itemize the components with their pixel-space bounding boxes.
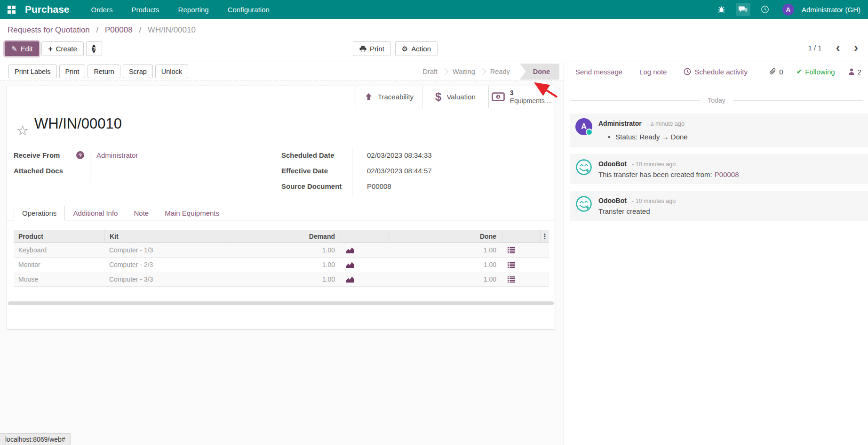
chatter-message[interactable]: A Administrator - a minute ago • Status:… [570, 113, 868, 147]
apps-menu-icon[interactable] [8, 6, 16, 14]
create-button[interactable]: + Create [41, 41, 83, 56]
bullet-icon: • [608, 133, 610, 141]
messages-icon[interactable] [736, 3, 750, 16]
chatter-message[interactable]: ♥ OdooBot - 10 minutes ago Transfer crea… [570, 191, 868, 221]
favorite-star-icon[interactable]: ☆ [16, 124, 29, 138]
menu-orders[interactable]: Orders [91, 6, 113, 14]
app-title[interactable]: Purchase [25, 4, 70, 15]
arrow-up-icon [365, 93, 373, 101]
status-done-active[interactable]: Done [520, 64, 559, 80]
cell-demand: 1.00 [228, 258, 341, 272]
message-author[interactable]: OdooBot [598, 197, 627, 204]
col-kit[interactable]: Kit [104, 230, 228, 243]
print-doc-button[interactable]: Print [59, 65, 86, 78]
message-author[interactable]: OdooBot [598, 160, 627, 168]
send-message-button[interactable]: Send message [575, 68, 622, 76]
user-avatar[interactable]: A [782, 4, 794, 16]
message-body: Status: Ready → Done [615, 133, 687, 141]
unlock-button[interactable]: Unlock [155, 65, 188, 78]
debug-bug-icon[interactable] [715, 3, 729, 16]
attachments-count: 0 [779, 68, 783, 76]
cell-done: 1.00 [389, 272, 502, 286]
message-body: Transfer created [598, 207, 676, 215]
notebook-tabs: Operations Additional Info Note Main Equ… [7, 206, 555, 220]
action-button[interactable]: ⚙ Action [395, 41, 438, 56]
breadcrumb-rfq[interactable]: Requests for Quotation [8, 25, 90, 34]
table-row[interactable]: Monitor Computer - 2/3 1.00 1.00 [14, 258, 549, 272]
table-row[interactable]: Mouse Computer - 3/3 1.00 1.00 [14, 272, 549, 287]
tab-note[interactable]: Note [126, 206, 157, 220]
forecast-chart-icon[interactable] [341, 243, 389, 257]
menu-products[interactable]: Products [131, 6, 159, 14]
user-name[interactable]: Administrator (GH) [802, 6, 860, 14]
followers-button[interactable]: 2 [848, 68, 861, 76]
edit-button[interactable]: ✎ Edit [5, 41, 39, 56]
help-button[interactable]: ? [86, 41, 102, 56]
schedule-activity-button[interactable]: Schedule activity [684, 68, 748, 76]
following-button[interactable]: ✔ Following [796, 67, 835, 76]
effective-date-value: 02/03/2023 08:44:57 [352, 167, 432, 175]
record-title: WH/IN/00010 [34, 115, 122, 132]
statusbar-strip: Print Labels Print Return Scrap Unlock D… [0, 62, 564, 81]
pager-previous-icon[interactable]: ‹ [836, 42, 840, 53]
control-panel: Requests for Quotation / P00008 / WH/IN/… [0, 19, 868, 62]
scrap-button[interactable]: Scrap [123, 65, 153, 78]
equipments-smart-button[interactable]: 1 3 Equipments ... [488, 86, 555, 108]
table-row[interactable]: Keyboard Computer - 1/3 1.00 1.00 [14, 243, 549, 258]
print-button[interactable]: Print [353, 41, 391, 56]
cell-kit: Computer - 2/3 [104, 258, 228, 272]
attachments-button[interactable]: 0 [769, 68, 783, 76]
message-author[interactable]: Administrator [598, 120, 642, 127]
message-body: This transfer has been created from: [598, 170, 712, 178]
table-header: Product Kit Demand Done ⋮ [14, 230, 549, 243]
receive-from-label: Receive From [14, 151, 60, 159]
activities-clock-icon[interactable] [758, 3, 772, 16]
question-icon: ? [92, 45, 96, 53]
cell-product: Mouse [14, 272, 104, 286]
svg-text:♥: ♥ [586, 168, 589, 174]
breadcrumb-separator: / [96, 25, 99, 34]
schedule-clock-icon [684, 68, 691, 75]
optional-columns-icon[interactable]: ⋮ [540, 230, 549, 243]
field-help-icon[interactable]: ? [76, 151, 84, 159]
field-scheduled-date: Scheduled Date 02/03/2023 08:34:33 [281, 147, 552, 163]
scheduled-date-value: 02/03/2023 08:34:33 [352, 151, 432, 159]
col-demand[interactable]: Demand [228, 230, 341, 243]
detailed-operations-icon[interactable] [502, 258, 540, 272]
return-button[interactable]: Return [88, 65, 120, 78]
tab-operations[interactable]: Operations [14, 206, 65, 220]
message-link[interactable]: P00008 [715, 170, 739, 178]
pager-next-icon[interactable]: › [854, 42, 858, 53]
cell-demand: 1.00 [228, 272, 341, 286]
form-action-buttons: ✎ Edit + Create ? [5, 41, 102, 56]
equipments-label: Equipments ... [510, 97, 552, 105]
online-status-dot [586, 129, 593, 136]
forecast-chart-icon[interactable] [341, 258, 389, 272]
traceability-smart-button[interactable]: Traceability [356, 86, 422, 108]
detailed-operations-icon[interactable] [502, 243, 540, 257]
col-product[interactable]: Product [14, 230, 104, 243]
log-note-button[interactable]: Log note [639, 68, 667, 76]
horizontal-scrollbar[interactable] [8, 301, 554, 305]
receive-from-value[interactable]: Administrator [90, 151, 138, 159]
valuation-smart-button[interactable]: $ Valuation [422, 86, 489, 108]
scheduled-date-label: Scheduled Date [281, 151, 352, 159]
field-separator [90, 148, 90, 183]
chatter-message[interactable]: ♥ OdooBot - 10 minutes ago This transfer… [570, 154, 868, 184]
print-labels-button[interactable]: Print Labels [8, 65, 57, 78]
breadcrumb-p00008[interactable]: P00008 [105, 25, 133, 34]
tab-main-equipments[interactable]: Main Equipments [157, 206, 227, 220]
menu-reporting[interactable]: Reporting [178, 6, 209, 14]
menu-configuration[interactable]: Configuration [228, 6, 270, 14]
record-action-buttons: Print ⚙ Action [353, 41, 438, 56]
paperclip-icon [769, 68, 776, 75]
tab-additional-info[interactable]: Additional Info [65, 206, 126, 220]
dollar-icon: $ [435, 90, 441, 104]
status-waiting[interactable]: Waiting [447, 68, 480, 75]
odoobot-avatar: ♥ [575, 159, 592, 176]
col-done[interactable]: Done [389, 230, 502, 243]
status-draft[interactable]: Draft [418, 68, 443, 75]
status-ready[interactable]: Ready [485, 68, 515, 75]
detailed-operations-icon[interactable] [502, 272, 540, 286]
forecast-chart-icon[interactable] [341, 272, 389, 286]
